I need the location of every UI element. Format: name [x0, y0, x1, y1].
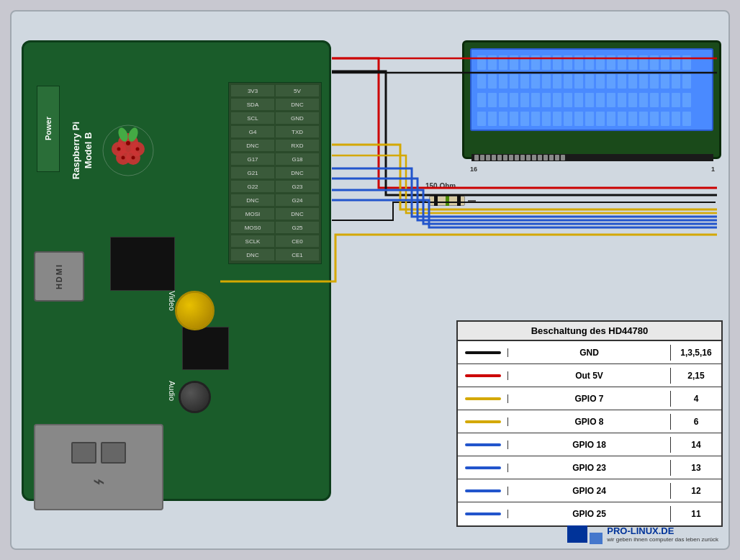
wire-pins: 13	[671, 460, 721, 476]
gpio-cell-right: G25	[275, 221, 320, 234]
gpio-cell-left: DNC	[230, 194, 275, 207]
gpio-cell-left: G4	[230, 125, 275, 138]
wire-pins: 12	[671, 483, 721, 499]
gpio-row: 3V3 5V	[230, 84, 320, 97]
pro-linux-text: PRO-LINUX.DE wir geben ihnen computer da…	[607, 525, 718, 543]
lcd-pin	[480, 155, 484, 161]
resistor-label: 150 Ohm	[425, 182, 456, 190]
wire-name: GPIO 25	[508, 506, 671, 522]
wire-swatch	[465, 489, 501, 492]
wire-name: Out 5V	[508, 368, 671, 384]
resistor-band-1	[434, 196, 438, 206]
lcd-pin	[509, 155, 513, 161]
svg-point-10	[136, 148, 140, 151]
wire-swatch-cell	[458, 441, 508, 449]
lcd-row-4	[477, 112, 706, 126]
wire-name: GPIO 23	[508, 460, 671, 476]
lcd-pin	[532, 155, 536, 161]
wire-name: GND	[508, 345, 671, 361]
gpio-cell-left: MOSI	[230, 207, 275, 220]
table-row: GPIO 18 14	[458, 433, 721, 456]
wire-pins: 1,3,5,16	[671, 345, 721, 361]
table-row: GPIO 23 13	[458, 456, 721, 479]
wire-swatch	[465, 374, 501, 377]
gpio-cell-right: G24	[275, 194, 320, 207]
gpio-cell-left: G22	[230, 180, 275, 193]
chip-main	[110, 237, 175, 291]
lcd-pin-strip	[471, 154, 713, 161]
audio-connector	[179, 381, 211, 413]
audio-label: Audio	[168, 381, 176, 404]
gpio-cell-right: DNC	[275, 207, 320, 220]
wire-swatch	[465, 397, 501, 400]
gpio-cell-left: G21	[230, 166, 275, 179]
gpio-cell-right: CE1	[275, 248, 320, 261]
table-row: GND 1,3,5,16	[458, 341, 721, 364]
main-container: Power Raspberry PiModel B	[10, 10, 730, 550]
logo-icon-area	[567, 525, 603, 543]
lcd-pin-1-label: 1	[711, 166, 715, 173]
wire-pins: 2,15	[671, 368, 721, 384]
gpio-row: G17 G18	[230, 153, 320, 166]
gpio-cell-left: SCLK	[230, 235, 275, 248]
logo-icon-main	[567, 525, 587, 543]
gpio-row: SCLK CE0	[230, 235, 320, 248]
wire-pins: 6	[671, 414, 721, 430]
table-row: GPIO 25 11	[458, 502, 721, 525]
gpio-cell-left: SCL	[230, 112, 275, 125]
lcd-pin	[520, 155, 525, 161]
gpio-cell-left: DNC	[230, 248, 275, 261]
gpio-cell-left: DNC	[230, 139, 275, 152]
table-row: GPIO 24 12	[458, 479, 721, 502]
usb-ports: ⌁	[34, 424, 163, 510]
wire-pins: 4	[671, 391, 721, 407]
lcd-pin	[538, 155, 542, 161]
wire-swatch-cell	[458, 417, 508, 426]
wire-swatch	[465, 420, 501, 423]
gpio-row: DNC RXD	[230, 139, 320, 152]
gpio-row: SCL GND	[230, 112, 320, 125]
wire-pins: 14	[671, 437, 721, 453]
gpio-row: DNC G24	[230, 194, 320, 207]
gpio-cell-right: G18	[275, 153, 320, 166]
rpi-logo-svg	[99, 122, 157, 179]
rpi-model-text: Raspberry PiModel B	[71, 122, 95, 179]
lcd-pin	[497, 155, 502, 161]
wire-swatch	[465, 512, 501, 515]
svg-point-8	[126, 141, 130, 145]
wire-name: GPIO 8	[508, 414, 671, 430]
table-header: Beschaltung des HD44780	[458, 322, 721, 341]
rpi-logo	[99, 122, 157, 179]
gpio-row: SDA DNC	[230, 98, 320, 111]
resistor: 150 Ohm	[418, 194, 476, 208]
lcd-pin	[515, 155, 519, 161]
gpio-row: MOS0 G25	[230, 221, 320, 234]
lcd-pin	[486, 155, 490, 161]
resistor-wire-left	[418, 200, 426, 202]
gpio-cell-right: DNC	[275, 166, 320, 179]
table-row: GPIO 8 6	[458, 410, 721, 433]
lcd-pin	[543, 155, 548, 161]
gpio-cell-right: RXD	[275, 139, 320, 152]
wire-pins: 11	[671, 506, 721, 522]
gpio-header: 3V3 5V SDA DNC SCL GND G4 TXD DNC RXD G1…	[228, 82, 322, 264]
gpio-cell-left: 3V3	[230, 84, 275, 97]
wire-name: GPIO 24	[508, 483, 671, 499]
wire-swatch-cell	[458, 487, 508, 495]
pro-linux-name: PRO-LINUX.DE	[607, 525, 718, 536]
gpio-row: DNC CE1	[230, 248, 320, 261]
gpio-cell-right: TXD	[275, 125, 320, 138]
power-label: Power	[37, 86, 60, 172]
chip-secondary	[182, 327, 229, 370]
gpio-cell-left: SDA	[230, 98, 275, 111]
wire-swatch-cell	[458, 510, 508, 518]
lcd-pin	[474, 155, 479, 161]
power-label-text: Power	[44, 117, 53, 140]
wire-name: GPIO 7	[508, 391, 671, 407]
video-jack	[175, 291, 215, 330]
video-label: Video	[168, 291, 176, 311]
wire-swatch	[465, 351, 501, 354]
gpio-cell-left: G17	[230, 153, 275, 166]
svg-point-12	[132, 156, 135, 160]
rpi-board: Power Raspberry PiModel B	[22, 40, 331, 501]
